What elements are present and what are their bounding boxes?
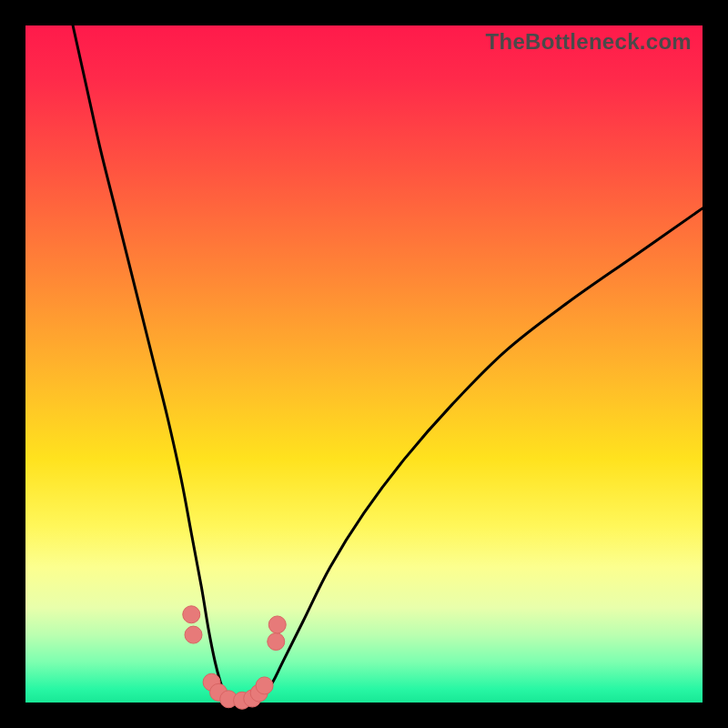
data-dot	[268, 633, 285, 651]
data-dot	[256, 677, 273, 694]
data-dot	[183, 606, 200, 623]
data-dot	[268, 616, 286, 633]
curve-right	[256, 208, 703, 703]
curve-left	[73, 25, 228, 703]
chart-svg	[25, 25, 703, 703]
data-dots	[183, 606, 286, 709]
plot-area: TheBottleneck.com	[25, 25, 703, 703]
outer-frame: TheBottleneck.com	[0, 0, 728, 728]
data-dot	[185, 626, 202, 643]
